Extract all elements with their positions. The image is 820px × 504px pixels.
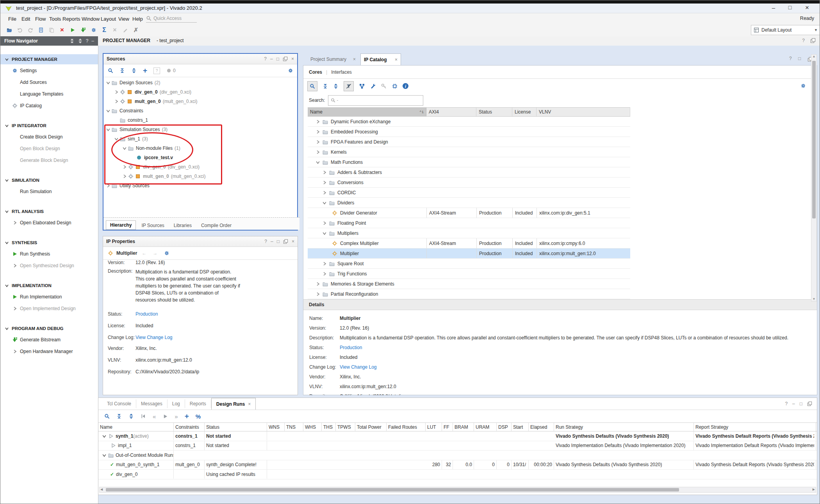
column-header-failed-routes[interactable]: Failed Routes: [387, 423, 426, 431]
close-button[interactable]: ×: [800, 4, 814, 12]
catalog-row-memories-storage-elements[interactable]: Memories & Storage Elements: [308, 279, 630, 289]
tree-item-design-sources[interactable]: Design Sources(2): [105, 78, 292, 87]
subtab-interfaces[interactable]: Interfaces: [331, 69, 352, 75]
add-sources-icon[interactable]: +: [143, 66, 147, 75]
flownav-section-1[interactable]: IP INTEGRATOR: [0, 121, 98, 131]
minimize-button[interactable]: –: [767, 4, 781, 11]
chevron-down-icon[interactable]: [105, 80, 111, 86]
field-value[interactable]: View Change Log: [135, 335, 292, 340]
close-icon[interactable]: ×: [291, 56, 294, 62]
layout-selector[interactable]: Default Layout ▼: [751, 25, 820, 35]
menu-edit[interactable]: Edit: [20, 15, 32, 23]
ip-search-input[interactable]: -: [328, 95, 423, 106]
first-run-icon[interactable]: [141, 413, 146, 419]
catalog-row-trig-functions[interactable]: Trig Functions: [308, 269, 630, 279]
settings-gear-icon[interactable]: [90, 27, 97, 34]
scroll-thumb[interactable]: [106, 488, 679, 492]
flownav-item-create-block-design[interactable]: Create Block Design: [0, 132, 98, 142]
chevron-down-icon[interactable]: [105, 127, 111, 133]
minimize-icon[interactable]: –: [792, 401, 795, 406]
flownav-item-settings[interactable]: Settings: [0, 66, 98, 75]
tree-item-simulation-sources[interactable]: Simulation Sources(3): [105, 125, 292, 134]
collapse-all-icon[interactable]: [70, 39, 75, 44]
design-runs-row-synth-1[interactable]: synth_1 (active)constrs_1Not startedViva…: [98, 431, 817, 441]
tree-item-div-gen-0[interactable]: div_gen_0(div_gen_0.xci): [113, 87, 292, 97]
column-header-status[interactable]: Status: [476, 108, 512, 116]
flownav-item-language-templates[interactable]: Language Templates: [0, 89, 98, 99]
tab-tcl-console[interactable]: Tcl Console: [102, 399, 136, 408]
flownav-item-open-hardware-manager[interactable]: Open Hardware Manager: [0, 347, 98, 356]
chip-icon[interactable]: [392, 83, 398, 89]
chevron-down-icon[interactable]: [121, 146, 127, 151]
chevron-right-icon[interactable]: [315, 281, 321, 287]
copy-icon[interactable]: [48, 27, 55, 34]
menu-tools[interactable]: Tools: [48, 15, 62, 23]
horizontal-scrollbar[interactable]: ◀▶: [99, 487, 816, 493]
catalog-row-dividers[interactable]: Dividers: [308, 198, 630, 208]
catalog-row-math-functions[interactable]: Math Functions: [308, 157, 630, 167]
play-icon[interactable]: [162, 413, 168, 419]
float-icon[interactable]: [807, 401, 812, 406]
help-icon[interactable]: ?: [264, 56, 267, 62]
column-header-elapsed[interactable]: Elapsed: [529, 423, 554, 431]
design-runs-row-out-of-context-module-runs[interactable]: Out-of-Context Module Runs: [98, 451, 817, 460]
tab-compile-order[interactable]: Compile Order: [197, 221, 235, 230]
catalog-row-partial-reconfiguration[interactable]: Partial Reconfiguration: [308, 289, 630, 299]
catalog-row-divider-generator[interactable]: Divider GeneratorAXI4-StreamProductionIn…: [308, 208, 630, 218]
column-header-tns[interactable]: TNS: [285, 423, 303, 431]
column-header-lut[interactable]: LUT: [426, 423, 442, 431]
menu-layout[interactable]: Layout: [99, 15, 118, 23]
undo-icon[interactable]: [16, 27, 23, 34]
catalog-row-conversions[interactable]: Conversions: [308, 177, 630, 188]
collapse-all-icon[interactable]: [323, 83, 328, 89]
edit-icon[interactable]: [122, 27, 129, 34]
maximize-icon[interactable]: □: [276, 56, 279, 62]
column-header-tpws[interactable]: TPWS: [336, 423, 355, 431]
column-header-name[interactable]: Name: [98, 423, 174, 431]
column-header-whs[interactable]: WHS: [303, 423, 322, 431]
float-icon[interactable]: [283, 57, 288, 62]
detail-value[interactable]: View Change Log: [340, 364, 804, 371]
collapse-all-icon[interactable]: [119, 68, 125, 73]
column-header-name[interactable]: Name^1: [308, 108, 426, 116]
chevron-down-icon[interactable]: [321, 230, 327, 236]
flownav-item-run-simulation[interactable]: Run Simulation: [0, 187, 98, 196]
collapse-all-icon[interactable]: [116, 413, 122, 419]
menu-help[interactable]: Help: [131, 15, 144, 23]
column-header-license[interactable]: License: [512, 108, 537, 116]
expand-all-icon[interactable]: [131, 68, 137, 73]
menu-flow[interactable]: Flow: [34, 15, 47, 23]
scroll-right-arrow[interactable]: ▶: [813, 488, 815, 491]
catalog-row-complex-multiplier[interactable]: Complex MultiplierAXI4-StreamProductionI…: [308, 238, 630, 248]
column-header-status[interactable]: Status: [205, 423, 267, 431]
catalog-row-embedded-processing[interactable]: Embedded Processing: [308, 127, 630, 137]
flownav-section-6[interactable]: PROGRAM AND DEBUG: [0, 323, 98, 334]
chevron-right-icon[interactable]: [321, 271, 327, 277]
chevron-right-icon[interactable]: [321, 190, 327, 195]
close-icon[interactable]: ×: [395, 57, 398, 62]
scroll-left-arrow[interactable]: ◀: [100, 488, 103, 491]
detail-value[interactable]: Production: [340, 345, 804, 352]
flownav-item-add-sources[interactable]: Add Sources: [0, 78, 98, 87]
close-icon[interactable]: ×: [353, 57, 356, 62]
subtab-cores[interactable]: Cores: [309, 69, 322, 75]
flownav-item-generate-bitstream[interactable]: Generate Bitstream: [0, 335, 98, 344]
expand-all-icon[interactable]: [128, 413, 134, 419]
redo-icon[interactable]: [27, 27, 34, 34]
chevron-down-icon[interactable]: [105, 108, 111, 114]
help-icon[interactable]: ?: [802, 38, 805, 43]
report-summary-icon[interactable]: Σ: [101, 27, 108, 34]
menu-window[interactable]: Window: [80, 15, 101, 23]
catalog-row-multipliers[interactable]: Multipliers: [308, 228, 630, 238]
design-runs-row-mult-gen-0-synth-1[interactable]: ✓mult_gen_0_synth_1mult_gen_0synth_desig…: [98, 460, 817, 470]
maximize-icon[interactable]: □: [800, 401, 802, 406]
generate-bitstream-icon[interactable]: [80, 27, 87, 34]
flownav-item-open-elaborated-design[interactable]: Open Elaborated Design: [0, 218, 98, 227]
close-icon[interactable]: ×: [248, 401, 251, 407]
close-icon[interactable]: ×: [292, 239, 294, 244]
column-header-ff[interactable]: FF: [442, 423, 453, 431]
tree-item-ipcore-test-v[interactable]: ipcore_test.v: [130, 153, 292, 162]
license-key-icon[interactable]: [381, 83, 387, 89]
chevron-down-icon[interactable]: [321, 200, 327, 206]
help-icon[interactable]: ?: [789, 56, 795, 62]
